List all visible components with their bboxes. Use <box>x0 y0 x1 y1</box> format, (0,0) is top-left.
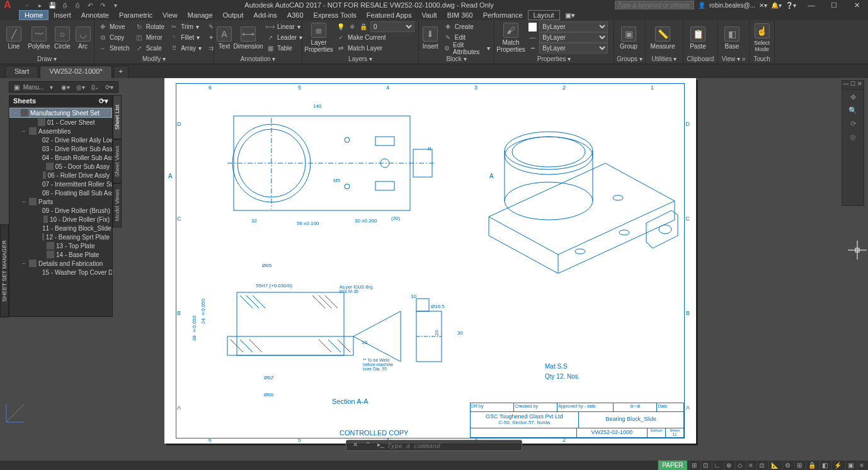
qat-save-icon[interactable]: 💾 <box>47 0 58 10</box>
filetab-new[interactable]: + <box>113 66 128 78</box>
user-name[interactable]: robin.beales@... <box>709 2 755 9</box>
panel-title-annotation[interactable]: Annotation ▾ <box>217 55 299 64</box>
ssm-combo[interactable]: ▣ Manu... ▾ <box>12 84 57 91</box>
ssm-item[interactable]: 07 - Intermittent Roller Sul <box>9 180 112 188</box>
ssm-tool4[interactable]: ⟳▾ <box>103 84 115 91</box>
layerprops-button[interactable]: ≣Layer Properties <box>305 21 333 54</box>
tab-annotate[interactable]: Annotate <box>76 10 114 20</box>
ssm-item[interactable]: 12 - Bearing Sprt Plate <box>9 232 112 241</box>
ssm-tool2[interactable]: ◎▾ <box>74 84 87 91</box>
table-button[interactable]: ▦Table <box>265 43 304 54</box>
ssm-item[interactable]: 06 - Roller Drive Assly <box>9 171 112 180</box>
ssm-tool1[interactable]: ◉▾ <box>59 84 72 91</box>
color-combo[interactable]: ByLayer <box>527 21 609 32</box>
status-iso-icon[interactable]: ◧ <box>819 461 830 470</box>
status-hw-icon[interactable]: ⚡ <box>831 461 843 470</box>
leader-button[interactable]: ↗Leader ▾ <box>265 32 304 43</box>
edit-attrs-button[interactable]: ⚙Edit Attributes ▾ <box>442 43 491 54</box>
scale-button[interactable]: ⤢Scale <box>134 43 166 54</box>
array-button[interactable]: ⠿Array ▾ <box>168 43 203 54</box>
status-lock-icon[interactable]: 🔒 <box>806 461 818 470</box>
drawing-sheet[interactable]: 6 5 4 3 2 1 6 5 4 3 2 D C B A D C B A <box>164 78 696 444</box>
command-input[interactable] <box>387 442 519 449</box>
polyline-button[interactable]: 〰Polyline <box>28 21 50 54</box>
ucs-icon[interactable] <box>4 402 26 425</box>
dimension-button[interactable]: ⟷Dimension <box>234 21 262 54</box>
navbar-wheel-icon[interactable]: ◎ <box>850 133 856 141</box>
panel-title-utilities[interactable]: Utilities ▾ <box>648 55 680 64</box>
paste-button[interactable]: 📋Paste <box>686 21 710 54</box>
navbar-zoom-icon[interactable]: 🔍 <box>848 106 857 115</box>
tab-featuredapps[interactable]: Featured Apps <box>362 10 417 20</box>
status-custom-icon[interactable]: ≡ <box>857 461 865 470</box>
ssm-tab-sheetviews[interactable]: Sheet Views <box>113 139 122 183</box>
qat-plot-icon[interactable]: ⎙ <box>72 0 83 10</box>
vp-min-icon[interactable]: — <box>842 81 849 89</box>
status-qp-icon[interactable]: ⚙ <box>782 461 792 470</box>
group-button[interactable]: ▣Group <box>617 21 641 54</box>
panel-title-properties[interactable]: Properties ▾ <box>497 55 611 64</box>
status-grid-icon[interactable]: ⊞ <box>689 461 699 470</box>
status-polar-icon[interactable]: ⊕ <box>724 461 733 470</box>
tab-view[interactable]: View <box>157 10 183 20</box>
tab-parametric[interactable]: Parametric <box>114 10 157 20</box>
app-logo[interactable]: A <box>0 0 19 10</box>
tab-manage[interactable]: Manage <box>183 10 218 20</box>
ssm-tab-modelviews[interactable]: Model Views <box>113 183 122 227</box>
selectmode-button[interactable]: ☝Select Mode <box>752 21 772 54</box>
navbar-orbit-icon[interactable]: ⟳ <box>850 120 856 128</box>
tab-addins[interactable]: Add-ins <box>249 10 282 20</box>
ssm-item[interactable]: 13 - Top Plate <box>9 241 112 250</box>
linetype-combo[interactable]: ━ByLayer <box>527 43 609 54</box>
status-paper[interactable]: PAPER <box>658 461 687 470</box>
tab-vault[interactable]: Vault <box>416 10 442 20</box>
exchange-icon[interactable]: ✕▾ <box>759 2 767 9</box>
matchlayer-button[interactable]: ⇄Match Layer <box>335 43 416 54</box>
line-button[interactable]: ╱Line <box>3 21 25 54</box>
tab-bim360[interactable]: BIM 360 <box>442 10 478 20</box>
makecurrent-button[interactable]: ✓Make Current <box>335 32 416 43</box>
status-annoscale-icon[interactable]: ⚖ <box>757 461 767 470</box>
ssm-item[interactable]: 10 - Drive Roller (Fix) <box>9 215 112 224</box>
panel-title-draw[interactable]: Draw ▾ <box>3 55 91 64</box>
cmd-close-icon[interactable]: ✕ <box>351 441 360 450</box>
move-button[interactable]: ✥Move <box>97 21 131 32</box>
command-line[interactable]: ✕ ⌃ ▸_ <box>346 440 522 451</box>
ssm-item[interactable]: 02 - Drive Roller Asly Lowe <box>9 135 112 144</box>
ssm-item[interactable]: 15 - Washer Top Cover De <box>9 268 112 277</box>
ssm-tool3[interactable]: ⎙▾ <box>89 84 101 91</box>
status-osnap-icon[interactable]: ◇ <box>735 461 745 470</box>
filetab-start[interactable]: Start <box>5 66 38 78</box>
qat-redo-icon[interactable]: ↷ <box>97 0 108 10</box>
matchprops-button[interactable]: 🖌Match Properties <box>497 21 525 54</box>
tab-layout[interactable]: Layout <box>528 10 560 20</box>
tab-a360[interactable]: A360 <box>282 10 309 20</box>
panel-title-layers[interactable]: Layers ▾ <box>305 55 416 64</box>
maximize-button[interactable]: ☐ <box>823 0 845 10</box>
mirror-button[interactable]: ◫Mirror <box>134 32 166 43</box>
vp-close-icon[interactable]: ✕ <box>857 81 864 89</box>
panel-title-block[interactable]: Block ▾ <box>421 55 491 64</box>
ssm-item[interactable]: 03 - Drive Roller Sub Assy <box>9 144 112 153</box>
panel-title-touch[interactable]: Touch <box>752 55 772 64</box>
insert-button[interactable]: ⬇Insert <box>421 21 440 54</box>
minimize-button[interactable]: — <box>800 0 823 10</box>
status-lwt-icon[interactable]: ≡ <box>746 461 755 470</box>
ssm-item[interactable]: 05 - Door Sub Assy <box>9 162 112 171</box>
cmd-recent-icon[interactable]: ⌃ <box>363 441 372 450</box>
ssm-item[interactable]: −Details and Fabrication <box>9 259 112 268</box>
qat-open-icon[interactable]: ▸ <box>34 0 45 10</box>
panel-title-clipboard[interactable]: Clipboard <box>686 55 715 64</box>
tab-performance[interactable]: Performance <box>478 10 528 20</box>
vp-max-icon[interactable]: ☐ <box>849 81 856 89</box>
measure-button[interactable]: 📏Measure <box>648 21 677 54</box>
qat-more-icon[interactable]: ▾ <box>110 0 121 10</box>
ssm-item[interactable]: 08 - Floating Ball Sub Assy <box>9 188 112 197</box>
ssm-root[interactable]: −Manufacturing Sheet Set <box>9 108 112 118</box>
qat-new-icon[interactable]: ▫ <box>21 0 33 10</box>
filetab-active[interactable]: VW252-02-1000* <box>40 66 111 78</box>
text-button[interactable]: AText <box>217 21 232 54</box>
ssm-item[interactable]: −Assemblies <box>9 127 112 135</box>
ssm-item[interactable]: 01 - Cover Sheet <box>9 118 112 127</box>
tab-expresstools[interactable]: Express Tools <box>309 10 362 20</box>
